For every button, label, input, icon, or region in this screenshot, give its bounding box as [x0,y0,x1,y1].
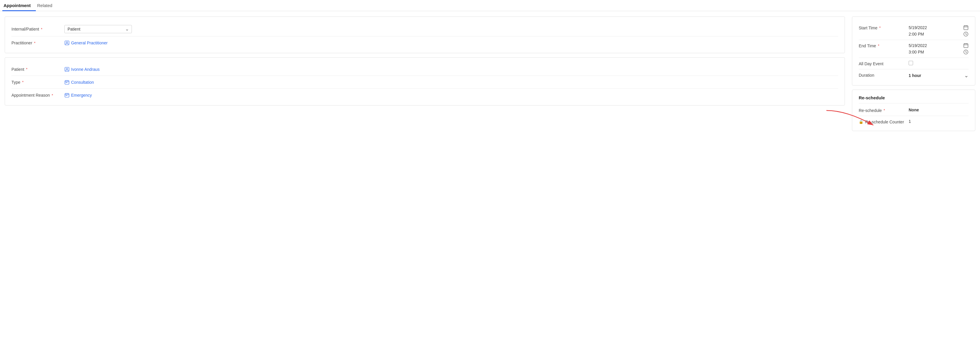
start-date-text: 5/19/2022 [908,25,927,30]
svg-point-3 [66,68,68,69]
required-star-2: * [34,41,35,45]
appointment-reason-link[interactable]: Emergency [64,92,92,98]
svg-rect-23 [964,44,968,48]
reschedule-label: Re-schedule * [859,108,908,113]
end-time-value: 5/19/2022 3:00 PM [908,43,969,55]
required-star-6: * [879,26,881,30]
required-star-5: * [52,93,53,97]
reschedule-counter-label: 🔒 Re-schedule Counter [859,119,908,124]
svg-point-1 [66,42,68,43]
start-time-label: Start Time * [859,25,908,30]
type-label: Type * [11,80,64,85]
left-column: Internal/Patient * Patient Internal Prac… [5,16,845,105]
end-date-cal-icon[interactable] [963,43,969,48]
end-time-label: End Time * [859,43,908,48]
reschedule-counter-value: 1 [908,119,969,124]
reschedule-title: Re-schedule [859,95,969,104]
appointment-reason-value: Emergency [64,92,838,98]
reschedule-counter-text: 1 [908,119,969,124]
appointment-reason-row: Appointment Reason * [11,89,838,102]
chevron-down-icon: ⌄ [964,72,969,79]
calendar-icon-1 [64,80,70,85]
type-link[interactable]: Consultation [64,80,94,85]
person-icon [64,40,70,46]
duration-label: Duration [859,72,908,78]
patient-value: Ivonne Andraus [64,67,838,72]
start-time-text: 2:00 PM [908,32,924,37]
internal-patient-label: Internal/Patient * [11,27,64,32]
card-internal-practitioner: Internal/Patient * Patient Internal Prac… [5,16,845,53]
type-row: Type * [11,76,838,89]
end-time-clock-icon[interactable] [963,49,969,55]
reschedule-row: Re-schedule * None [859,105,969,116]
tab-related[interactable]: Related [36,0,57,11]
internal-patient-value: Patient Internal [64,25,838,33]
start-time-clock-icon[interactable] [963,32,969,37]
lock-icon: 🔒 [859,120,864,124]
all-day-checkbox[interactable] [908,61,913,65]
required-star-4: * [22,80,24,85]
required-star-8: * [884,108,885,113]
svg-rect-9 [67,82,67,83]
tab-appointment[interactable]: Appointment [2,0,36,11]
end-date-text: 5/19/2022 [908,43,927,48]
all-day-event-label: All Day Event [859,61,908,66]
start-time-row: Start Time * 5/19/2022 [859,22,969,40]
reschedule-counter-row: 🔒 Re-schedule Counter 1 [859,116,969,127]
practitioner-value: General Practitioner [64,40,838,46]
svg-line-29 [966,52,967,53]
patient-row: Patient * Ivonne Andraus [11,63,838,76]
all-day-event-value [908,61,969,65]
practitioner-link[interactable]: General Practitioner [64,40,108,46]
appointment-reason-label: Appointment Reason * [11,93,64,97]
practitioner-row: Practitioner * General Practitioner [11,37,838,49]
patient-link[interactable]: Ivonne Andraus [64,67,100,72]
internal-patient-select[interactable]: Patient Internal [64,25,132,33]
duration-dropdown[interactable]: 1 hour ⌄ [908,72,969,79]
duration-value: 1 hour ⌄ [908,72,969,79]
internal-patient-select-wrapper[interactable]: Patient Internal [64,25,132,33]
type-value: Consultation [64,80,838,85]
start-time-value: 5/19/2022 2:00 PM [908,25,969,37]
tabs-bar: Appointment Related [0,0,980,11]
patient-label: Patient * [11,67,64,72]
required-star: * [41,27,42,32]
svg-rect-15 [67,95,67,96]
card-patient-details: Patient * Ivonne Andraus [5,57,845,105]
duration-text: 1 hour [908,73,964,78]
svg-line-22 [966,34,967,35]
calendar-icon-2 [64,92,70,98]
duration-row: Duration 1 hour ⌄ [859,69,969,82]
practitioner-label: Practitioner * [11,41,64,45]
end-time-text: 3:00 PM [908,49,924,54]
reschedule-value: None [908,108,969,112]
end-time-row: End Time * 5/19/2022 [859,40,969,58]
time-card: Start Time * 5/19/2022 [852,16,975,86]
all-day-event-row: All Day Event [859,58,969,69]
internal-patient-row: Internal/Patient * Patient Internal [11,22,838,37]
start-date-cal-icon[interactable] [963,25,969,30]
reschedule-none-text: None [908,108,969,112]
svg-rect-8 [66,82,66,83]
person-icon-2 [64,67,70,72]
svg-rect-14 [66,95,66,96]
required-star-7: * [878,43,879,48]
svg-rect-16 [964,26,968,30]
reschedule-card: Re-schedule Re-schedule * None [852,89,975,131]
required-star-3: * [26,67,28,72]
right-column: Start Time * 5/19/2022 [852,16,975,131]
